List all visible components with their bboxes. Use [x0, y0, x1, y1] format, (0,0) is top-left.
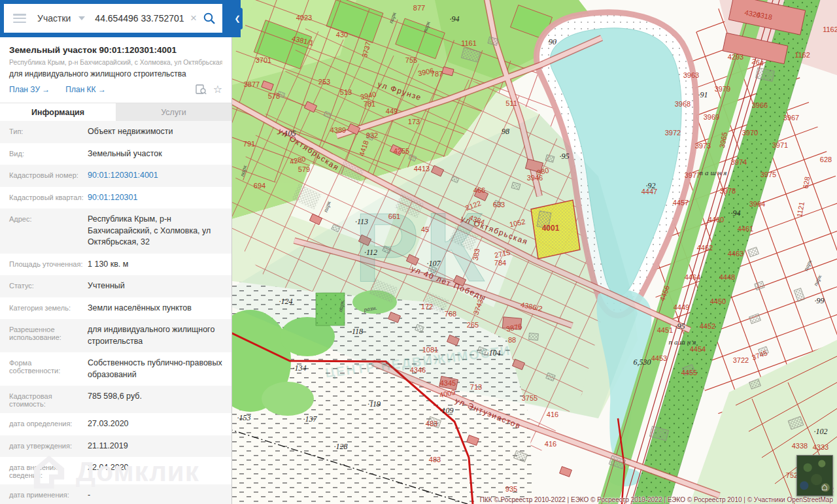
info-row-label: Кадастровый номер: [9, 170, 88, 182]
map-label: 3971 [772, 141, 788, 149]
map-label: 713 [470, 383, 482, 391]
plan-kk-link[interactable]: План КК → [65, 85, 106, 94]
cadastral-number-link[interactable]: 90:01:120301 [88, 192, 137, 204]
map-label: пашня [700, 169, 729, 176]
map-label: 172 [421, 303, 433, 311]
map-label: ·94 [450, 14, 460, 24]
map-label: 781 [364, 100, 375, 108]
map-label: 578 [268, 92, 280, 100]
info-row: Вид:Земельный участок [0, 143, 231, 165]
parcel-header: Земельный участок 90:01:120301:4001 Респ… [0, 37, 231, 99]
domclick-watermark: Домклик [30, 453, 199, 491]
map-label: 416 [545, 440, 556, 448]
map-label: 579 [298, 165, 310, 173]
map-label: 4451 [657, 326, 673, 334]
map-label: 1161 [461, 39, 477, 47]
map-label: 4449 [674, 303, 689, 311]
cadastral-number-link[interactable]: 90:01:120301:4001 [88, 170, 158, 182]
map-label: 1081 [422, 346, 438, 354]
info-row: Адрес:Республика Крым, р-н Бахчисарайски… [0, 209, 231, 254]
map-label: 4333 [813, 443, 828, 451]
map-label: 4463 [728, 250, 743, 258]
chevron-down-icon[interactable] [78, 16, 85, 20]
info-row-value: Земельный участок [88, 148, 162, 160]
map-label: 784 [494, 259, 506, 267]
info-row: Площадь уточненная:1 130 кв. м [0, 254, 231, 276]
info-row-value: для индивидуального жилищного строительс… [88, 324, 226, 347]
map-label: 483 [429, 456, 441, 463]
map-label: 4454 [690, 345, 706, 353]
map-canvas[interactable]: РК ЦЕНТР НЕДВИЖИМОСТИ 402387743037374381… [232, 0, 837, 504]
favorite-star-icon[interactable]: ☆ [213, 84, 222, 95]
map-label: 661 [388, 212, 400, 220]
map-label: 483 [426, 420, 437, 428]
map-label: 45 [421, 226, 429, 233]
map-label: 3755 [522, 394, 538, 402]
map-label: 88 [508, 336, 516, 344]
home-icon[interactable]: ⌂ [821, 481, 828, 493]
info-row-label: Площадь уточненная: [9, 259, 88, 271]
tab-services[interactable]: Услуги [116, 103, 231, 121]
info-row-label: Тип: [9, 126, 88, 138]
map-label: 3975 [760, 171, 776, 178]
search-box[interactable]: Участки 44.654496 33.752701 × [4, 4, 222, 33]
search-icon[interactable] [203, 12, 216, 25]
map-label: 633 [493, 201, 505, 209]
map-label: ·107 [427, 259, 441, 268]
map-label: 935 [505, 485, 517, 493]
map-label: 4462 [697, 244, 713, 252]
map-label: 3977 [685, 171, 700, 179]
info-row-label: Статус: [9, 280, 88, 292]
info-row: Кадастровая стоимость:785 598,6 руб. [0, 386, 231, 413]
map-label: ·118 [350, 327, 363, 336]
map-label: 513 [340, 88, 352, 96]
map-label: ·95 [675, 322, 685, 331]
map-label: 3701 [256, 56, 271, 64]
info-row-value: Земли населённых пунктов [88, 303, 192, 314]
map-label: 4460 [708, 216, 724, 224]
map-label: 4461 [738, 225, 753, 233]
map-label: 265 [467, 321, 479, 329]
map-label: 787 [431, 70, 443, 78]
map-label: ·124 [279, 297, 293, 306]
map-label: ·94 [731, 209, 741, 218]
plan-zu-link[interactable]: План ЗУ → [9, 85, 50, 94]
info-row: Тип:Объект недвижимости [0, 121, 231, 143]
info-row-value: Собственность публично-правовых образова… [88, 358, 226, 380]
info-row: Форма собственности:Собственность публич… [0, 352, 231, 386]
map-label: 3970 [742, 129, 758, 137]
info-row-label: Кадастровая стоимость: [9, 391, 88, 408]
info-row: Разрешенное использование:для индивидуал… [0, 319, 231, 352]
map-label: 3966 [752, 101, 768, 109]
menu-icon[interactable] [13, 14, 26, 23]
map-label: 4389 [330, 126, 346, 134]
map-label: ·91 [698, 90, 708, 99]
map-attribution: ПКК © Росреестр 2010-2022 | ЕЭКО © Росре… [480, 496, 833, 503]
domclick-watermark-text: Домклик [76, 456, 199, 488]
map-label: 430 [336, 31, 348, 39]
map-label: 3972 [665, 129, 681, 137]
map-label: 98 [502, 127, 509, 136]
map-label: 4345 [440, 379, 456, 387]
tab-information[interactable]: Информация [0, 103, 116, 121]
map-label: ·92 [646, 181, 656, 190]
map-label: 4023 [296, 14, 312, 22]
doc-search-icon[interactable] [196, 84, 207, 95]
map-label: 3974 [731, 158, 747, 166]
domclick-logo-icon [30, 453, 68, 491]
map-label: 4453 [651, 354, 667, 362]
cadastral-map[interactable]: РК ЦЕНТР НЕДВИЖИМОСТИ 402387743037374381… [232, 0, 837, 504]
page-title: Земельный участок 90:01:120301:4001 [9, 45, 222, 55]
clear-search-icon[interactable]: × [190, 12, 197, 25]
search-input[interactable]: 44.654496 33.752701 [95, 13, 188, 24]
selected-parcel-label: 4001 [542, 224, 560, 233]
map-label: 3963 [683, 71, 699, 79]
map-label: 4338 [792, 442, 808, 450]
search-category-select[interactable]: Участки [37, 13, 71, 24]
map-label: ·113 [355, 217, 368, 226]
parcel-address-subtitle: Республика Крым, р-н Бахчисарайский, с Х… [9, 59, 222, 66]
map-label: 4452 [700, 322, 715, 330]
map-label: ·137 [303, 414, 318, 424]
collapse-panel-button[interactable]: ❮ [232, 8, 243, 29]
parcel-usage: для индивидуального жилищного строительс… [9, 69, 222, 78]
